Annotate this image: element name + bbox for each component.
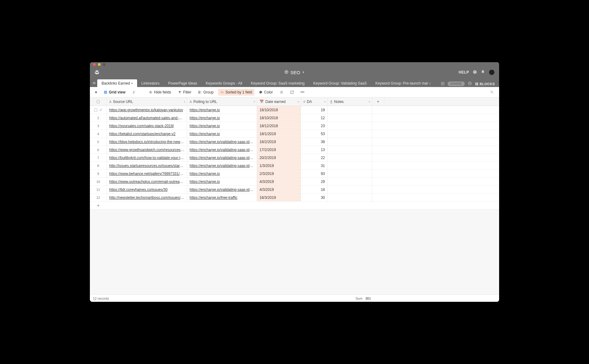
cell-source-url[interactable]: https://yoursales.com/sales-stack-2019/ — [107, 122, 187, 130]
tab-backlinks-earned[interactable]: Backlinks Earned▾ — [97, 79, 137, 87]
tab-linkreators[interactable]: Linkreators — [137, 79, 164, 87]
cell-da[interactable]: 38 — [301, 138, 328, 146]
source-link[interactable]: https://automated.af/automated-sales-and… — [109, 116, 184, 120]
row-number[interactable]: 7 — [90, 154, 107, 161]
table-row[interactable]: ⤢https://app.growthmentor.io/kaloyan-yan… — [90, 106, 499, 114]
source-link[interactable]: https://betalist.com/startups/encharge-v… — [109, 132, 175, 136]
cell-notes[interactable] — [328, 114, 372, 122]
row-number[interactable]: 12 — [90, 194, 107, 201]
table-row[interactable]: 12http://newsletter.techsmartboss.com/is… — [90, 194, 499, 202]
cell-date-earned[interactable]: 20/2/2019 — [257, 154, 301, 161]
cell-notes[interactable] — [328, 130, 372, 138]
cell-date-earned[interactable]: 18/12/2018 — [257, 122, 301, 130]
expand-icon[interactable]: ⤢ — [99, 108, 102, 112]
cell-poiting-url[interactable]: https://encharge.io/validating-saas-idea… — [187, 138, 257, 146]
poiting-link[interactable]: https://encharge.io — [190, 116, 220, 120]
color-button[interactable]: Color — [257, 89, 275, 96]
table-row[interactable]: 11https://tldr.coreyhaines.co/issues/30h… — [90, 186, 499, 194]
sort-button[interactable]: Sorted by 1 field — [218, 89, 254, 96]
cell-poiting-url[interactable]: https://encharge.io — [187, 114, 257, 122]
collaborators-button[interactable] — [130, 89, 138, 95]
help-link[interactable]: HELP — [459, 70, 469, 74]
bell-icon[interactable] — [481, 70, 485, 75]
cell-poiting-url[interactable]: https://encharge.io — [187, 178, 257, 185]
cell-notes[interactable] — [328, 138, 372, 146]
user-avatar[interactable] — [489, 69, 495, 75]
cell-notes[interactable] — [328, 154, 372, 161]
row-number[interactable]: 2 — [90, 114, 107, 122]
table-row[interactable]: 4https://betalist.com/startups/encharge-… — [90, 130, 499, 138]
header-poiting-to-url[interactable]: APoiting to URL▾ — [187, 97, 257, 106]
table-row[interactable]: 6https://www.growthsandwich.com/resource… — [90, 146, 499, 154]
table-row[interactable]: 10https://www.outreachplus.com/email-out… — [90, 178, 499, 186]
source-link[interactable]: https://builtbykrit.com/how-to-validate-… — [109, 156, 184, 160]
cell-source-url[interactable]: http://newsletter.techsmartboss.com/issu… — [107, 194, 187, 201]
poiting-link[interactable]: https://encharge.io — [190, 180, 220, 184]
group-button[interactable]: Group — [196, 89, 216, 96]
tab-powerpage-ideas[interactable]: PowerPage Ideas — [164, 79, 202, 87]
filter-button[interactable]: Filter — [176, 89, 194, 96]
cell-date-earned[interactable]: 4/3/2019 — [257, 186, 301, 193]
row-number[interactable]: 9 — [90, 170, 107, 177]
cell-date-earned[interactable]: 16/10/2018 — [257, 106, 301, 114]
source-link[interactable]: https://www.growthsandwich.com/resources… — [109, 148, 184, 152]
cell-source-url[interactable]: https://tldr.coreyhaines.co/issues/30 — [107, 186, 187, 193]
row-number[interactable]: 5 — [90, 138, 107, 146]
cell-notes[interactable] — [328, 178, 372, 185]
poiting-link[interactable]: https://encharge.io — [190, 124, 220, 128]
table-row[interactable]: 8http://issues.startupresources.io/issue… — [90, 162, 499, 170]
cell-date-earned[interactable]: 2/3/2019 — [257, 170, 301, 177]
cell-source-url[interactable]: https://betalist.com/startups/encharge-v… — [107, 130, 187, 138]
row-number[interactable]: ⤢ — [90, 106, 107, 114]
cell-source-url[interactable]: http://issues.startupresources.io/issues… — [107, 162, 187, 169]
cell-source-url[interactable]: https://www.growthsandwich.com/resources… — [107, 146, 187, 154]
help-icon[interactable]: ? — [473, 70, 477, 75]
cell-poiting-url[interactable]: https://encharge.io — [187, 122, 257, 130]
source-link[interactable]: https://app.growthmentor.io/kaloyan-yank… — [109, 108, 183, 112]
cell-notes[interactable] — [328, 162, 372, 169]
cell-notes[interactable] — [328, 170, 372, 177]
tab-keywords-groups-all[interactable]: Keywords Groups - All — [202, 79, 247, 87]
cell-poiting-url[interactable]: https://encharge.io/validating-saas-idea… — [187, 146, 257, 154]
cell-poiting-url[interactable]: https://encharge.io — [187, 170, 257, 177]
cell-date-earned[interactable]: 4/3/2019 — [257, 178, 301, 185]
row-height-button[interactable] — [278, 89, 286, 95]
poiting-link[interactable]: https://encharge.io/validating-saas-idea… — [190, 188, 254, 192]
cell-date-earned[interactable]: 1/3/2019 — [257, 162, 301, 169]
tab-keyword-group-validating-saas[interactable]: Keyword Group: Validating SaaS — [309, 79, 371, 87]
more-button[interactable]: ••• — [298, 89, 307, 96]
cell-date-earned[interactable]: 18/1/2019 — [257, 130, 301, 138]
header-rownum[interactable] — [90, 97, 107, 106]
poiting-link[interactable]: https://encharge.io/validating-saas-idea… — [190, 156, 254, 160]
view-sidebar-toggle[interactable]: ▾ — [93, 89, 99, 96]
header-notes[interactable]: A̲Notes▾ — [328, 97, 372, 106]
select-all-checkbox[interactable] — [97, 100, 100, 103]
source-link[interactable]: https://www.behance.net/gallery/76997331… — [109, 172, 184, 176]
table-row[interactable]: 2https://automated.af/automated-sales-an… — [90, 114, 499, 122]
cell-poiting-url[interactable]: https://encharge.io — [187, 130, 257, 138]
hide-fields-button[interactable]: Hide fields — [147, 89, 173, 96]
cell-source-url[interactable]: https://app.growthmentor.io/kaloyan-yank… — [107, 106, 187, 114]
source-link[interactable]: http://issues.startupresources.io/issues… — [109, 164, 184, 168]
row-checkbox[interactable] — [94, 108, 97, 112]
history-icon[interactable] — [468, 82, 472, 86]
source-link[interactable]: https://blog.helpdocs.io/introducing-the… — [109, 140, 184, 144]
cell-poiting-url[interactable]: https://encharge.io/validating-saas-idea… — [187, 154, 257, 161]
cell-poiting-url[interactable]: https://encharge.io — [187, 106, 257, 114]
tab-keyword-group-prelaunch[interactable]: Keyword Group: Pre-launch mar› — [371, 79, 435, 87]
cell-source-url[interactable]: https://blog.helpdocs.io/introducing-the… — [107, 138, 187, 146]
cell-da[interactable]: 23 — [301, 122, 328, 130]
cell-notes[interactable] — [328, 146, 372, 154]
row-number[interactable]: 8 — [90, 162, 107, 169]
cell-date-earned[interactable]: 16/2/2019 — [257, 138, 301, 146]
grid-view-button[interactable]: Grid view — [102, 89, 128, 96]
poiting-link[interactable]: https://encharge.io — [190, 108, 220, 112]
poiting-link[interactable]: https://encharge.io/validating-saas-idea… — [190, 164, 254, 168]
blocks-button[interactable]: BLOCKS — [475, 82, 495, 86]
header-source-url[interactable]: ASource URL▾ — [107, 97, 187, 106]
da-summary[interactable]: Sum 381 — [356, 297, 382, 300]
cell-da[interactable]: 12 — [301, 114, 328, 122]
poiting-link[interactable]: https://encharge.io/validating-saas-idea… — [190, 148, 254, 152]
maximize-window-button[interactable] — [103, 63, 106, 66]
poiting-link[interactable]: https://encharge.io — [190, 132, 220, 136]
